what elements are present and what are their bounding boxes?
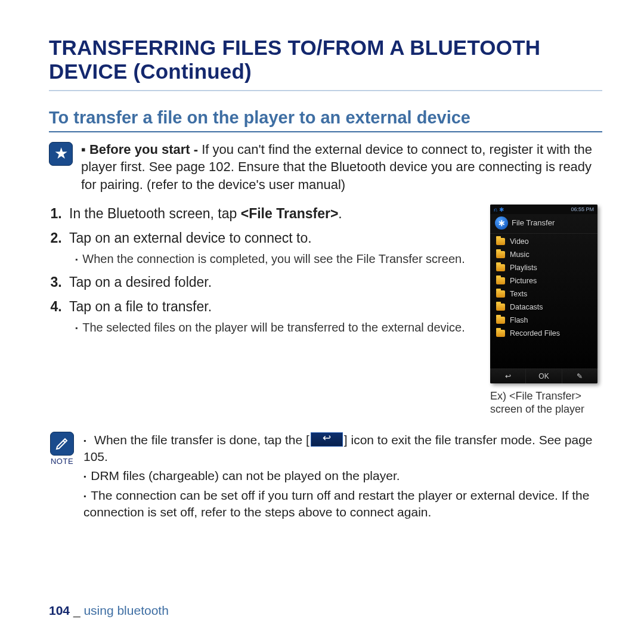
folder-icon [496, 304, 505, 311]
step-3-text: Tap on a desired folder. [69, 274, 212, 290]
callout-label: Before you start - [89, 142, 198, 157]
folder-video[interactable]: Video [490, 235, 597, 248]
step-4-sub: The selected files on the player will be… [75, 320, 477, 336]
note-callout: NOTE When the file transfer is done, tap… [49, 432, 602, 524]
folder-icon [496, 317, 505, 324]
section-rule [49, 131, 602, 132]
folder-label: Flash [510, 316, 528, 324]
folder-icon [496, 277, 505, 284]
bluetooth-mini-icon: ⎌ ✱ [494, 206, 504, 213]
folder-icon [496, 238, 505, 245]
folder-icon [496, 251, 505, 258]
folder-label: Playlists [510, 264, 537, 272]
folder-texts[interactable]: Texts [490, 287, 597, 301]
device-screenshot: ⎌ ✱ 06:55 PM ∗ File Transfer Video Music… [490, 205, 597, 383]
step-2: Tap on an external device to connect to.… [66, 229, 477, 267]
step-4-text: Tap on a file to transfer. [69, 299, 212, 314]
device-header-title: File Transfer [512, 218, 555, 227]
device-write-button[interactable]: ✎ [562, 369, 597, 383]
folder-recorded-files[interactable]: Recorded Files [490, 327, 597, 340]
folder-icon [496, 290, 505, 298]
folder-label: Pictures [510, 277, 537, 285]
folder-label: Datacasts [510, 303, 543, 311]
folder-music[interactable]: Music [490, 248, 597, 261]
note-1-pre: When the file transfer is done, tap the … [94, 433, 309, 447]
step-1-pre: In the Bluetooth screen, tap [69, 206, 241, 221]
folder-flash[interactable]: Flash [490, 314, 597, 327]
section-heading: To transfer a file on the player to an e… [49, 108, 602, 128]
note-list: When the file transfer is done, tap the … [83, 432, 602, 524]
step-1-post: . [338, 206, 342, 221]
device-back-button[interactable]: ↩ [490, 369, 526, 383]
device-footer: ↩ OK ✎ [490, 369, 597, 383]
note-item-3: The connection can be set off if you tur… [83, 487, 602, 521]
folder-playlists[interactable]: Playlists [490, 261, 597, 274]
callout-text: ▪ Before you start - If you can't find t… [81, 141, 602, 194]
note-label: NOTE [49, 457, 75, 466]
bluetooth-icon: ∗ [495, 216, 508, 230]
before-you-start-callout: ▪ Before you start - If you can't find t… [49, 141, 602, 194]
step-2-text: Tap on an external device to connect to. [69, 230, 312, 246]
folder-icon [496, 264, 505, 271]
device-statusbar: ⎌ ✱ 06:55 PM [490, 205, 597, 214]
step-list: In the Bluetooth screen, tap <File Trans… [49, 205, 477, 336]
page-footer: 104 _ using bluetooth [49, 603, 169, 618]
note-item-1: When the file transfer is done, tap the … [83, 432, 602, 466]
step-3: Tap on a desired folder. [66, 273, 477, 292]
step-1: In the Bluetooth screen, tap <File Trans… [66, 205, 477, 223]
device-folder-list: Video Music Playlists Pictures Texts Dat… [490, 234, 597, 369]
folder-label: Texts [510, 290, 527, 298]
folder-datacasts[interactable]: Datacasts [490, 301, 597, 314]
folder-pictures[interactable]: Pictures [490, 274, 597, 287]
step-2-sub: When the connection is completed, you wi… [75, 251, 477, 267]
device-caption: Ex) <File Transfer> screen of the player [490, 389, 602, 416]
footer-section: using bluetooth [83, 603, 168, 617]
star-icon [49, 142, 73, 166]
note-item-2: DRM files (chargeable) can not be played… [83, 467, 602, 484]
device-ok-button[interactable]: OK [526, 369, 562, 383]
step-4: Tap on a file to transfer. The selected … [66, 298, 477, 336]
folder-icon [496, 330, 505, 337]
step-1-bold: <File Transfer> [241, 206, 339, 221]
device-time: 06:55 PM [571, 206, 594, 212]
title-rule [49, 90, 602, 91]
page-title: TRANSFERRING FILES TO/FROM A BLUETOOTH D… [49, 36, 602, 84]
folder-label: Video [510, 237, 529, 246]
page-number: 104 [49, 603, 70, 617]
folder-label: Recorded Files [510, 329, 560, 338]
folder-label: Music [510, 250, 530, 259]
device-header: ∗ File Transfer [490, 214, 597, 234]
note-icon [50, 432, 74, 456]
back-icon [311, 432, 343, 447]
